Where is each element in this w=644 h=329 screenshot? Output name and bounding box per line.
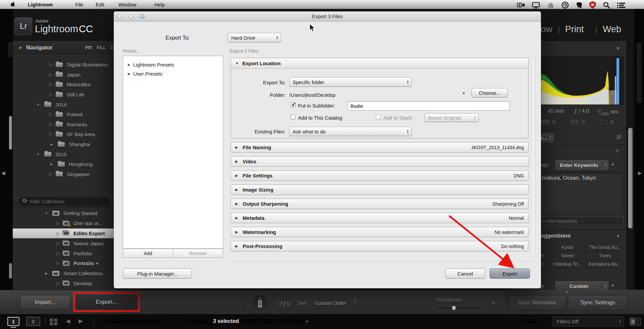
folder-history-icon[interactable]: ▼ — [462, 91, 465, 95]
disclosure-right-icon[interactable]: ▶ — [128, 72, 133, 76]
disclosure-right-icon[interactable]: ▶ — [235, 202, 239, 206]
disclosure-down-icon[interactable]: ▼ — [611, 162, 615, 167]
keyword-suggestion[interactable]: Kyoto — [549, 243, 586, 252]
folder-row[interactable]: MotionBlur — [13, 80, 116, 90]
export-location-header[interactable]: ▼ Export Location — [231, 58, 528, 69]
sort-value[interactable]: Custom Order — [315, 300, 346, 306]
collection-row-selected[interactable]: EditIn Export — [13, 229, 116, 239]
existing-files-select[interactable]: Ask what to do ▲▼ — [289, 127, 411, 136]
minimize-icon[interactable] — [129, 14, 133, 19]
window-primary-button[interactable]: 1 — [7, 317, 19, 326]
disclosure-down-icon[interactable]: ▼ — [36, 103, 41, 107]
menu-window[interactable]: Window — [118, 2, 136, 7]
folder-row[interactable]: ▶HongKong — [13, 159, 116, 169]
disclosure-right-icon[interactable]: ▶ — [49, 142, 54, 146]
menu-file[interactable]: File — [75, 2, 83, 7]
disclosure-down-icon[interactable]: ▼ — [305, 320, 309, 324]
dialog-titlebar[interactable]: Export 3 Files — [114, 11, 541, 22]
left-scrollbar-thumb[interactable] — [9, 116, 12, 150]
home-icon[interactable] — [547, 2, 554, 9]
collection-row[interactable]: ▶Smart Collections — [13, 269, 116, 279]
section-video[interactable]: ▶Video — [231, 156, 529, 167]
folder-row[interactable]: Still Life — [13, 90, 116, 100]
spotlight-search-icon[interactable] — [603, 2, 610, 10]
menu-app[interactable]: Lightroom — [28, 2, 53, 7]
collection-row[interactable]: Develop — [13, 279, 116, 289]
right-scrollbar-thumb[interactable] — [628, 128, 633, 229]
module-web[interactable]: Web — [603, 24, 621, 35]
disclosure-right-icon[interactable]: ▶ — [235, 188, 239, 192]
section-image-sizing[interactable]: ▶Image Sizing — [231, 184, 529, 195]
filter-collections-box[interactable] — [19, 197, 110, 206]
section-file-settings[interactable]: ▶File SettingsDNG — [231, 170, 529, 181]
display-icon[interactable] — [532, 2, 540, 9]
folder-row[interactable]: ▼2015 — [13, 149, 116, 159]
location-export-to-select[interactable]: Specific folder ▲▼ — [289, 77, 411, 87]
filter-preset-select[interactable]: Filters Off ▲▼ — [552, 316, 624, 327]
expand-right-panel-icon[interactable]: ▶ — [638, 170, 642, 176]
selected-filename[interactable]: / JKOST_2013_11434.dng — [241, 318, 304, 324]
keyword-set-select[interactable]: Custom ▲▼ — [555, 281, 608, 291]
screen-recording-icon[interactable] — [517, 2, 525, 9]
notification-list-icon[interactable] — [617, 2, 625, 9]
disclosure-right-icon[interactable]: ▶ — [235, 173, 239, 178]
preset-group[interactable]: ▶Lightroom Presets — [128, 60, 223, 69]
put-in-subfolder-checkbox[interactable] — [291, 102, 296, 108]
preset-group[interactable]: ▶User Presets — [128, 69, 223, 78]
subfolder-name-input[interactable] — [347, 101, 510, 111]
cancel-button[interactable]: Cancel — [445, 269, 485, 279]
collection-row[interactable]: ⚙One star or... — [13, 218, 116, 229]
section-file-naming[interactable]: ▶File NamingJKOST_2013_11434.dng — [231, 142, 529, 153]
disclosure-down-icon[interactable]: ▼ — [44, 211, 49, 215]
grid-mode-icon[interactable] — [50, 319, 58, 327]
disclosure-down-icon[interactable]: ▼ — [36, 153, 41, 156]
window-secondary-button[interactable]: 2 — [26, 317, 40, 326]
section-metadata[interactable]: ▶MetadataNormal — [231, 213, 529, 223]
sync-settings-button[interactable]: Sync Settings — [568, 295, 628, 311]
thumbnails-slider-track[interactable] — [437, 308, 481, 309]
collection-row[interactable]: ▼Getting Started — [13, 208, 116, 218]
filter-collections-input[interactable] — [30, 199, 97, 204]
close-icon[interactable] — [117, 14, 122, 19]
disclosure-right-icon[interactable]: ▶ — [19, 45, 24, 50]
prev-photo-icon[interactable]: ◀ — [66, 318, 70, 325]
stack-position-select[interactable]: Below Original ▲▼ — [425, 113, 479, 122]
disclosure-down-icon[interactable]: ▼ — [616, 234, 620, 239]
collection-row[interactable]: Portraits + — [13, 258, 116, 269]
folder-row[interactable]: Poland — [13, 110, 116, 120]
keywording-filter-icon[interactable]: ∇ — [616, 149, 619, 154]
disclosure-right-icon[interactable]: ▶ — [235, 230, 239, 234]
zoom-fill[interactable]: FILL — [97, 45, 106, 50]
disclosure-down-icon[interactable]: ▼ — [235, 61, 239, 65]
collection-row[interactable]: Nature Japan — [13, 238, 116, 248]
disclosure-right-icon[interactable]: ▶ — [235, 216, 239, 220]
keyword-suggestion[interactable]: The Great Bu... — [586, 243, 624, 252]
menu-edit[interactable]: Edit — [96, 2, 104, 7]
left-scrollbar-thumb[interactable] — [9, 263, 12, 279]
folder-row[interactable]: Digital Illustrations — [13, 60, 116, 70]
plugin-manager-button[interactable]: Plug-in Manager... — [123, 269, 192, 279]
add-to-catalog-checkbox[interactable] — [291, 115, 296, 120]
creative-cloud-icon[interactable] — [561, 1, 569, 10]
add-to-stack-checkbox[interactable] — [376, 115, 381, 120]
toolbar-options-icon[interactable]: ▼ — [491, 300, 496, 305]
sort-direction-icon[interactable]: ↺AZ↻ — [277, 297, 293, 311]
navigator-header[interactable]: ▶ Navigator FIT FILL 1: — [13, 41, 116, 54]
stepper-icon[interactable]: ▲▼ — [354, 299, 356, 303]
disclosure-right-icon[interactable]: ▶ — [235, 159, 239, 164]
collection-row[interactable]: Portfolio — [13, 248, 116, 258]
apple-menu-icon[interactable] — [10, 1, 15, 8]
painter-spray-icon[interactable]: 1 — [252, 295, 268, 311]
filter-lock-toggle[interactable] — [630, 318, 641, 326]
export-button[interactable]: Export — [490, 269, 530, 279]
section-post-processing[interactable]: ▶Post-ProcessingDo nothing — [231, 241, 529, 251]
keyword-suggestion[interactable]: Street — [549, 252, 586, 260]
section-watermarking[interactable]: ▶WatermarkingNo watermark — [231, 227, 529, 237]
folder-row[interactable]: Singapore — [13, 169, 116, 179]
mcafee-shield-icon[interactable]: M — [589, 1, 596, 10]
menu-help[interactable]: Help — [154, 2, 165, 7]
dialog-scrollbar-track[interactable] — [531, 56, 535, 257]
folder-row[interactable]: ▼2014 — [13, 99, 116, 110]
collapse-left-panel-icon[interactable]: ◀ — [1, 170, 5, 176]
disclosure-right-icon[interactable]: ▶ — [44, 272, 49, 275]
